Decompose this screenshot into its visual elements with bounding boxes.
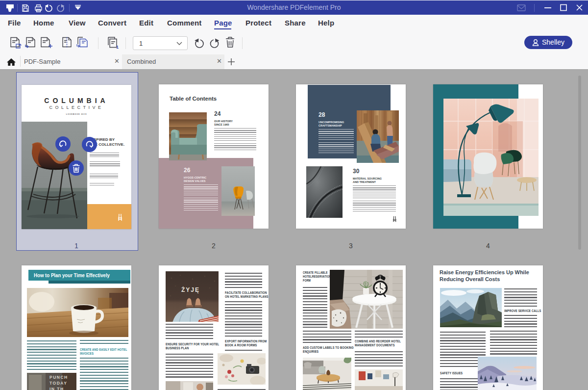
svg-text:1: 1 [116, 45, 119, 50]
svg-text:ŻYJĘ: ŻYJĘ [181, 286, 200, 293]
svg-text:IN TH: IN TH [49, 387, 64, 390]
svg-text:TODAY: TODAY [49, 381, 67, 386]
svg-text:PUNCH: PUNCH [49, 375, 68, 380]
